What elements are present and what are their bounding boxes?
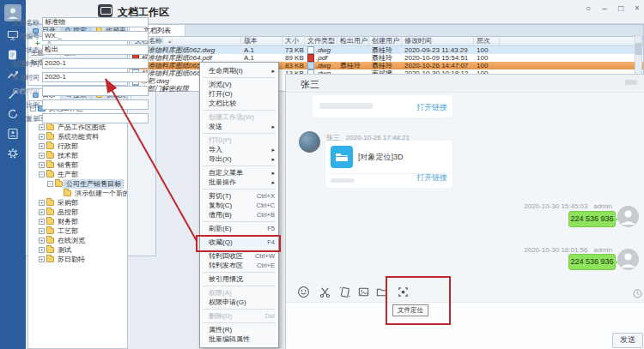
history-clock-icon[interactable]	[633, 289, 642, 298]
menu-item-batch-ops[interactable]: 批量操作▸	[200, 178, 278, 187]
folder-icon	[46, 256, 54, 262]
smiley-icon[interactable]	[297, 286, 310, 298]
folder-icon	[46, 143, 54, 149]
message-bubble[interactable]: 224 536 936	[568, 254, 616, 270]
field-label: 文档编号	[0, 32, 39, 41]
chat-input[interactable]	[286, 302, 644, 349]
menu-separator	[203, 189, 276, 190]
menu-item-export[interactable]: 导出(X)▸	[200, 154, 278, 164]
tree-item[interactable]: +测试	[30, 245, 127, 255]
field-label: 归档时间	[0, 87, 39, 96]
folder-icon[interactable]	[375, 286, 388, 298]
menu-item-cut[interactable]: 剪切(T)Ctrl+X	[200, 191, 278, 201]
menu-separator	[203, 272, 276, 273]
folder-icon	[46, 209, 54, 215]
tree-item[interactable]: +苏日勒特	[30, 255, 127, 264]
chat-title: 张三	[301, 78, 319, 91]
menu-item-custom-menu[interactable]: 自定义菜单▸	[200, 168, 278, 178]
menu-item-create-workflow: 创建工作流(W)	[200, 112, 278, 122]
send-button[interactable]: 发送	[612, 333, 643, 348]
tree-panel: 目录 搜索 收藏夹 −文档工作区 +标准物料库图纸 +产品工作区图纸 +系统功能…	[27, 88, 128, 349]
menu-item-to-recycle[interactable]: 转到回收区Ctrl+W	[200, 251, 278, 261]
menu-item-favorite[interactable]: 收藏(Q)F4	[200, 238, 278, 247]
message-user: admin	[593, 246, 612, 254]
doc-list-scrollbar[interactable]	[635, 35, 642, 75]
menu-item-copy[interactable]: 复制(C)Ctrl+C	[200, 201, 278, 210]
message-user: admin	[593, 202, 612, 210]
shake-window-icon[interactable]	[338, 286, 351, 298]
tree-item[interactable]: +品控部	[30, 208, 127, 217]
folder-icon	[331, 146, 353, 168]
menu-item-lifecycle[interactable]: 生命周期(I)▸	[200, 66, 278, 75]
window-maximize-button[interactable]: □	[615, 3, 627, 13]
tree-item[interactable]: +技术部	[30, 151, 127, 160]
tree-item-selected[interactable]: −公司生产销售目标	[30, 179, 127, 189]
create-time-field[interactable]: 2020-1	[42, 58, 149, 69]
tree-item[interactable]: +产品工作区图纸	[30, 123, 127, 132]
menu-item-send[interactable]: 发送▸	[200, 122, 278, 131]
tree-item[interactable]: +财务部	[30, 217, 127, 226]
tree-item[interactable]: +系统功能资料	[30, 132, 127, 141]
person-icon	[617, 206, 639, 227]
menu-item-to-publish[interactable]: 转到发布区Ctrl+E	[200, 261, 278, 270]
menu-item-refresh[interactable]: 刷新(E)F5	[200, 224, 278, 233]
folder-icon	[46, 171, 54, 178]
message-time: 2020-10-30 18:01:56	[524, 246, 587, 254]
field-label: 文档名称	[0, 18, 39, 27]
menu-item-delete: 删除(D)Del	[200, 311, 278, 321]
modify-time-field[interactable]: 2020-1	[42, 72, 149, 82]
scissors-icon[interactable]	[319, 286, 331, 298]
weight-field[interactable]	[42, 113, 149, 123]
folder-icon	[46, 238, 54, 244]
file-card[interactable]: [对象定位]3D 打开链接	[325, 141, 453, 188]
submenu-arrow-icon: ▸	[271, 145, 275, 154]
chat-header: 张三	[286, 75, 644, 93]
gear-icon[interactable]	[7, 147, 19, 159]
tree-item[interactable]: +采购部	[30, 198, 127, 208]
menu-item-compare[interactable]: 文档比较	[200, 99, 278, 108]
avatar[interactable]	[617, 206, 639, 227]
window-close-button[interactable]: ×	[631, 3, 643, 13]
file-locate-icon[interactable]	[397, 286, 410, 298]
open-link-button[interactable]: 打开链接	[416, 172, 447, 184]
folder-icon	[46, 219, 54, 225]
message-bubble[interactable]: 224 536 936	[568, 211, 616, 227]
menu-item-references[interactable]: 被引用情况	[200, 274, 278, 284]
folder-icon	[46, 134, 54, 140]
app-icon	[98, 4, 112, 17]
avatar[interactable]	[617, 249, 639, 270]
menu-item-batch-edit-props[interactable]: 批量编辑属性	[200, 334, 278, 344]
window-minimize-button[interactable]: –	[598, 3, 611, 13]
archive-time-field[interactable]	[42, 86, 149, 96]
scale-field[interactable]	[42, 99, 149, 110]
window-help-button[interactable]: ○	[582, 3, 594, 13]
field-label: 重量	[0, 114, 39, 123]
folder-icon	[55, 181, 63, 187]
contacts-icon[interactable]	[7, 128, 19, 140]
menu-item-browse[interactable]: 浏览(V)	[200, 80, 278, 89]
menu-item-open[interactable]: 打开(O)	[200, 89, 278, 99]
menu-item-properties[interactable]: 属性(R)	[200, 325, 278, 334]
chat-menu-button[interactable]	[625, 80, 637, 85]
menu-separator	[203, 221, 276, 222]
image-icon[interactable]	[357, 286, 370, 298]
tree-item[interactable]: +行政部	[30, 141, 127, 151]
doc-name-field[interactable]: 标准物	[42, 17, 149, 27]
menu-item-borrow[interactable]: 借用(B)Ctrl+B	[200, 210, 278, 220]
tree-item[interactable]: 演示创建一个新的文件夹	[30, 189, 127, 198]
tree-item[interactable]: −生产部	[30, 170, 127, 179]
tree-item[interactable]: +在线浏览	[30, 236, 127, 245]
menu-item-import[interactable]: 导入▸	[200, 145, 278, 154]
folder-tree: −文档工作区 +标准物料库图纸 +产品工作区图纸 +系统功能资料 +行政部 +技…	[28, 101, 127, 264]
sender-avatar[interactable]	[299, 131, 320, 153]
status-field[interactable]: 检出	[42, 45, 149, 55]
tree-item[interactable]: +销售部	[30, 160, 127, 170]
submenu-arrow-icon: ▸	[271, 122, 275, 131]
field-label: 修改时间	[0, 73, 39, 82]
doc-number-field[interactable]: WX._	[42, 31, 149, 41]
open-link-button[interactable]: 打开链接	[416, 102, 447, 113]
link-card[interactable]: 打开链接	[313, 95, 453, 117]
tree-item[interactable]: +工艺部	[30, 226, 127, 236]
menu-item-permission-request[interactable]: 权限申请(G)	[200, 298, 278, 307]
field-label: 创建时间	[0, 59, 39, 69]
